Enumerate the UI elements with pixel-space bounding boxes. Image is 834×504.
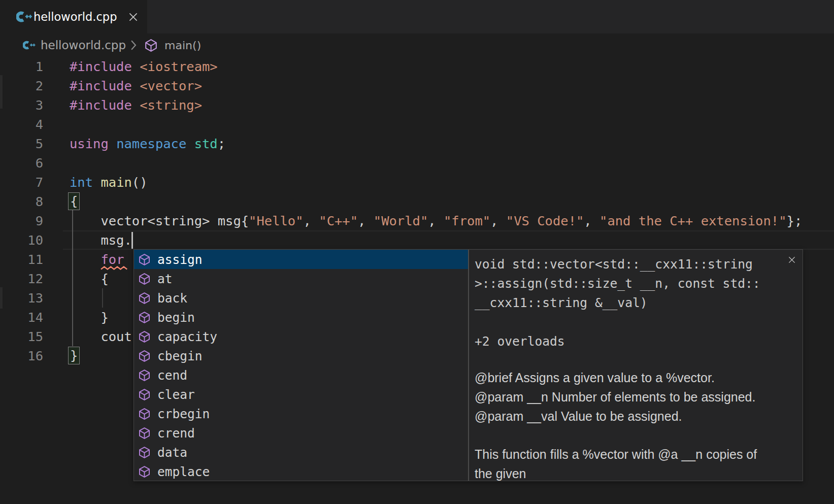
- symbol-method-icon: [138, 465, 151, 478]
- suggest-item-crbegin[interactable]: crbegin: [134, 404, 468, 423]
- cpp-file-icon: [16, 9, 33, 24]
- code-line-6[interactable]: 6: [0, 153, 834, 173]
- code-line-3[interactable]: 3#include <string>: [0, 95, 834, 115]
- code-token: #include: [70, 59, 132, 74]
- code-token: [132, 97, 140, 113]
- breadcrumb-item-file[interactable]: helloworld.cpp: [41, 39, 126, 52]
- suggest-item-label: begin: [157, 310, 195, 325]
- code-line-7[interactable]: 7int main(): [0, 173, 834, 192]
- suggest-item-begin[interactable]: begin: [134, 308, 468, 327]
- code-token: (): [132, 175, 148, 190]
- code-token: "and the C++ extension!": [599, 213, 786, 228]
- code-text: }: [70, 308, 109, 327]
- code-token: "VS Code!": [506, 213, 584, 228]
- code-line-1[interactable]: 1#include <iostream>: [0, 57, 834, 76]
- code-token: std: [194, 136, 218, 151]
- suggest-item-label: capacity: [157, 329, 217, 344]
- code-line-4[interactable]: 4: [0, 115, 834, 134]
- suggest-item-emplace[interactable]: emplace: [134, 462, 468, 481]
- suggest-item-label: crend: [157, 426, 195, 441]
- line-number: 16: [0, 346, 43, 365]
- symbol-method-icon: [138, 369, 151, 382]
- line-number: 14: [0, 308, 43, 327]
- suggest-list[interactable]: assign at back begin capacity cbegin cen…: [134, 250, 468, 481]
- code-text: cout: [70, 327, 132, 346]
- details-text-line: __cxx11::string &__val): [475, 293, 760, 313]
- code-token: [132, 78, 140, 93]
- code-token: cout: [70, 329, 132, 344]
- code-token: ,: [304, 213, 319, 228]
- symbol-method-icon: [138, 311, 151, 324]
- code-token: main: [101, 175, 131, 190]
- code-token: vector<string> msg{: [70, 213, 249, 228]
- symbol-method-icon: [138, 292, 151, 305]
- code-text: #include <iostream>: [70, 57, 218, 76]
- line-number: 1: [0, 57, 43, 76]
- suggest-item-label: cbegin: [157, 349, 203, 363]
- code-line-10[interactable]: 10 msg.: [0, 230, 834, 250]
- code-token: int: [70, 175, 93, 190]
- symbol-method-icon: [138, 408, 151, 420]
- code-text: vector<string> msg{"Hello", "C++", "Worl…: [70, 211, 802, 230]
- code-token: }: [70, 310, 109, 325]
- suggest-item-cend[interactable]: cend: [134, 365, 468, 385]
- line-number: 4: [0, 115, 43, 134]
- code-token: #include: [70, 97, 132, 113]
- breadcrumb-item-symbol[interactable]: main(): [164, 39, 201, 52]
- code-token: msg.: [70, 232, 132, 248]
- suggest-item-label: emplace: [157, 464, 210, 479]
- details-text-line: @param __n Number of elements to be assi…: [475, 387, 755, 407]
- suggest-item-at[interactable]: at: [134, 269, 468, 288]
- bracket-match: {: [68, 192, 80, 210]
- tab-close-icon[interactable]: [128, 12, 139, 22]
- suggest-overloads: +2 overloads: [475, 332, 565, 351]
- suggest-item-label: cend: [157, 368, 187, 383]
- symbol-method-icon: [138, 253, 151, 266]
- code-text: #include <string>: [70, 95, 202, 115]
- code-token: <string>: [140, 97, 202, 113]
- suggest-item-capacity[interactable]: capacity: [134, 327, 468, 346]
- tab-helloworld-cpp[interactable]: helloworld.cpp: [0, 0, 147, 33]
- code-token: using: [70, 136, 109, 151]
- suggest-item-label: at: [157, 272, 173, 286]
- line-number: 8: [0, 192, 43, 211]
- code-line-5[interactable]: 5using namespace std;: [0, 134, 834, 153]
- suggest-doc-paragraph: @brief Assigns a given value to a %vecto…: [475, 368, 755, 426]
- code-line-9[interactable]: 9 vector<string> msg{"Hello", "C++", "Wo…: [0, 211, 834, 230]
- line-number: 10: [0, 230, 43, 250]
- suggest-item-assign[interactable]: assign: [134, 250, 468, 269]
- tab-bar: helloworld.cpp: [0, 0, 834, 33]
- symbol-method-icon: [138, 446, 151, 459]
- suggest-item-data[interactable]: data: [134, 443, 468, 462]
- symbol-method-icon: [138, 350, 151, 362]
- code-text: using namespace std;: [70, 134, 225, 153]
- code-text: int main(): [70, 173, 148, 192]
- line-number: 15: [0, 327, 43, 346]
- code-text: for: [70, 250, 124, 269]
- suggest-item-crend[interactable]: crend: [134, 423, 468, 443]
- code-line-8[interactable]: 8{: [0, 192, 834, 211]
- details-text-line: This function fills a %vector with @a __…: [475, 445, 757, 464]
- suggest-details-close-icon[interactable]: [787, 255, 796, 264]
- code-token: "Hello": [249, 213, 303, 228]
- editor[interactable]: 1#include <iostream>2#include <vector>3#…: [0, 57, 834, 504]
- line-number: 2: [0, 76, 43, 95]
- code-text: {: [70, 192, 78, 211]
- suggest-item-back[interactable]: back: [134, 288, 468, 308]
- code-line-2[interactable]: 2#include <vector>: [0, 76, 834, 95]
- code-token: <vector>: [140, 78, 202, 93]
- chevron-right-icon: [130, 40, 137, 51]
- code-token: "World": [374, 213, 428, 228]
- suggest-item-cbegin[interactable]: cbegin: [134, 346, 468, 365]
- line-number: 9: [0, 211, 43, 230]
- code-token: [132, 59, 140, 74]
- code-token: ,: [358, 213, 374, 228]
- suggest-item-label: back: [157, 291, 187, 306]
- code-text: {: [70, 269, 109, 288]
- suggest-item-label: data: [157, 445, 187, 460]
- symbol-method-icon: [138, 427, 151, 440]
- tab-label: helloworld.cpp: [34, 10, 117, 23]
- suggest-item-clear[interactable]: clear: [134, 385, 468, 404]
- code-token: <iostream>: [140, 59, 218, 74]
- suggest-item-label: crbegin: [157, 407, 210, 421]
